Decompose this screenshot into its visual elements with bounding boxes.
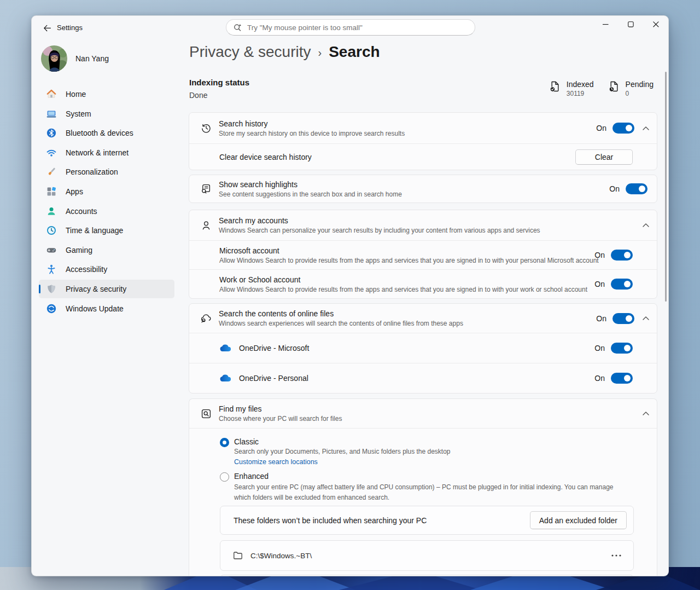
chevron-up-icon[interactable] — [643, 126, 649, 130]
chevron-up-icon[interactable] — [643, 316, 649, 320]
home-icon — [46, 89, 57, 100]
find-my-files-card: Find my files Choose where your PC will … — [189, 398, 657, 576]
onedrive-microsoft-toggle[interactable] — [611, 343, 633, 354]
back-arrow-icon — [42, 23, 52, 33]
search-history-toggle[interactable] — [612, 123, 634, 134]
classic-title: Classic — [234, 437, 451, 446]
work-school-account-state: On — [594, 280, 605, 288]
online-files-card: Search the contents of online files Wind… — [189, 303, 657, 394]
microsoft-account-description: Allow Windows Search to provide results … — [219, 257, 594, 264]
app-title: Settings — [57, 24, 83, 32]
sidebar-item-privacy-security[interactable]: Privacy & security — [39, 280, 174, 298]
enhanced-option: Enhanced Search your entire PC (may affe… — [220, 472, 630, 502]
avatar — [41, 45, 67, 72]
accounts-person-icon — [46, 206, 57, 217]
breadcrumb-separator-icon: › — [318, 45, 322, 59]
sidebar-item-gaming[interactable]: Gaming — [39, 241, 174, 259]
indexed-value: 30119 — [567, 90, 594, 97]
sidebar-item-label: Accessibility — [66, 265, 107, 274]
sidebar-item-label: Personalization — [66, 167, 118, 176]
work-school-account-title: Work or School account — [219, 275, 594, 284]
microsoft-account-toggle[interactable] — [611, 250, 633, 261]
document-check-icon — [548, 80, 561, 93]
user-name: Nan Yang — [75, 54, 109, 63]
onedrive-icon — [220, 374, 233, 383]
search-highlights-toggle[interactable] — [626, 183, 648, 194]
scrollbar-thumb[interactable] — [665, 72, 667, 302]
indexed-stat: Indexed 30119 — [548, 80, 594, 97]
classic-radio[interactable] — [220, 438, 229, 447]
find-my-files-description: Choose where your PC will search for fil… — [219, 415, 634, 423]
microsoft-account-row: Microsoft account Allow Windows Search t… — [189, 241, 657, 269]
sidebar-item-bluetooth-devices[interactable]: Bluetooth & devices — [39, 124, 174, 142]
sidebar-item-label: Bluetooth & devices — [66, 129, 133, 137]
excluded-folders-card: These folders won’t be included when sea… — [220, 506, 634, 535]
online-files-toggle[interactable] — [612, 313, 634, 324]
search-highlights-card: Show search highlights See content sugge… — [189, 175, 657, 203]
online-files-header-row: Search the contents of online files Wind… — [189, 304, 657, 333]
shield-icon — [46, 284, 57, 294]
sidebar-item-personalization[interactable]: Personalization — [39, 163, 174, 181]
sidebar-item-apps[interactable]: Apps — [39, 182, 174, 201]
pending-stat: Pending 0 — [607, 80, 654, 97]
search-highlights-state: On — [609, 184, 620, 193]
search-accounts-card: Search my accounts Windows Search can pe… — [189, 210, 657, 299]
wifi-icon — [46, 147, 57, 158]
search-history-title: Search history — [219, 119, 596, 128]
sidebar-item-network-internet[interactable]: Network & internet — [39, 143, 174, 162]
online-files-description: Windows search experiences will search t… — [219, 320, 596, 327]
find-files-icon — [200, 408, 212, 420]
indexing-status-title: Indexing status — [189, 78, 249, 87]
sidebar-item-accounts[interactable]: Accounts — [39, 202, 174, 221]
sidebar-item-label: Privacy & security — [66, 285, 126, 293]
sidebar-item-windows-update[interactable]: Windows Update — [39, 299, 174, 318]
settings-window: Settings — [31, 15, 669, 576]
online-files-title: Search the contents of online files — [219, 309, 596, 318]
classic-description: Search only your Documents, Pictures, an… — [234, 448, 451, 455]
indexing-stats: Indexed 30119 Pending 0 — [548, 80, 654, 97]
work-school-account-toggle[interactable] — [611, 279, 633, 290]
search-accounts-header-row: Search my accounts Windows Search can pe… — [189, 210, 657, 240]
onedrive-personal-row: OneDrive - Personal On — [189, 363, 657, 393]
back-button[interactable] — [38, 21, 56, 35]
breadcrumb-parent[interactable]: Privacy & security — [189, 43, 311, 61]
cloud-search-icon — [200, 313, 212, 325]
onedrive-personal-toggle[interactable] — [611, 373, 633, 384]
apps-icon — [46, 186, 57, 197]
search-accounts-description: Windows Search can personalize your sear… — [219, 227, 634, 234]
onedrive-microsoft-row: OneDrive - Microsoft On — [189, 333, 657, 363]
excluded-folder-row: C:\$Windows.~BT\ — [220, 540, 634, 571]
sidebar-item-accessibility[interactable]: Accessibility — [39, 260, 174, 279]
search-accounts-title: Search my accounts — [219, 216, 634, 225]
indexed-label: Indexed — [567, 80, 594, 89]
onedrive-microsoft-label: OneDrive - Microsoft — [239, 344, 594, 352]
find-my-files-title: Find my files — [219, 404, 634, 413]
bluetooth-icon — [46, 128, 57, 138]
onedrive-personal-label: OneDrive - Personal — [239, 374, 594, 383]
paintbrush-icon — [46, 166, 57, 177]
sidebar-item-label: Time & language — [66, 226, 123, 235]
chevron-up-icon[interactable] — [643, 412, 649, 415]
sidebar-item-home[interactable]: Home — [39, 85, 174, 103]
onedrive-microsoft-state: On — [594, 344, 605, 352]
more-options-icon[interactable] — [611, 554, 621, 557]
sidebar-item-label: Network & internet — [66, 148, 129, 157]
sidebar-item-time-language[interactable]: Time & language — [39, 221, 174, 240]
indexing-status-block: Indexing status Done — [189, 78, 249, 100]
enhanced-radio[interactable] — [220, 472, 229, 482]
add-excluded-folder-button[interactable]: Add an excluded folder — [530, 511, 627, 529]
work-school-account-row: Work or School account Allow Windows Sea… — [189, 270, 657, 298]
customize-search-locations-link[interactable]: Customize search locations — [234, 458, 318, 466]
clear-button[interactable]: Clear — [575, 149, 633, 165]
clear-history-row: Clear device search history Clear — [189, 144, 657, 170]
chevron-up-icon[interactable] — [643, 223, 649, 227]
sidebar-item-system[interactable]: System — [39, 105, 174, 123]
clock-globe-icon — [46, 225, 57, 236]
search-history-state: On — [596, 124, 606, 132]
search-highlights-title: Show search highlights — [219, 180, 609, 189]
excluded-folder-path: C:\$Windows.~BT\ — [250, 552, 611, 560]
search-highlights-row: Show search highlights See content sugge… — [189, 175, 657, 203]
folder-icon — [232, 550, 243, 561]
sidebar-nav: Home System Bluetooth & devices Network … — [39, 85, 174, 318]
sidebar-item-label: Home — [66, 90, 86, 99]
